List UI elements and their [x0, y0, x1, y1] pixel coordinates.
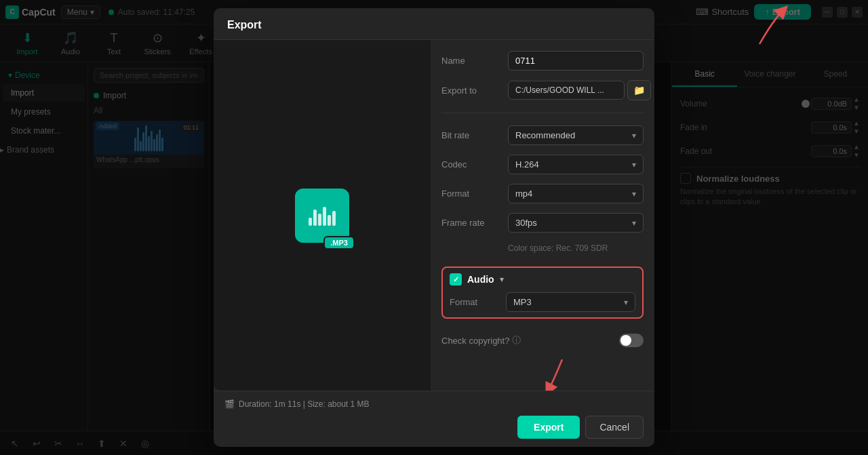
framerate-value: 30fps	[515, 218, 537, 228]
framerate-label: Frame rate	[441, 218, 502, 228]
name-row: Name	[441, 51, 644, 71]
modal-footer: 🎬 Duration: 1m 11s | Size: about 1 MB Ex…	[214, 391, 654, 447]
modal-header: Export	[214, 8, 654, 40]
modal-body: .MP3 Name Export to 📁	[214, 40, 654, 391]
bottom-arrow-annotation	[535, 359, 589, 391]
export-path-row: 📁	[508, 80, 651, 100]
codec-row: Codec H.264 ▾	[441, 155, 644, 174]
export-modal: Export .MP3	[214, 8, 654, 447]
modal-export-label: Export	[534, 422, 564, 433]
section-divider-1	[441, 113, 644, 113]
framerate-chevron-icon: ▾	[632, 218, 636, 228]
audio-format-row: Format MP3 ▾	[450, 292, 635, 312]
audio-section: ✓ Audio ▾ Format MP3 ▾	[441, 266, 644, 319]
format-select[interactable]: mp4 ▾	[508, 184, 644, 203]
modal-cancel-label: Cancel	[599, 422, 629, 433]
mp3-icon-bars	[309, 205, 336, 226]
mp3-icon-wrapper: .MP3	[295, 189, 349, 243]
modal-export-button[interactable]: Export	[517, 416, 580, 439]
arrow-spacer	[441, 359, 644, 380]
audio-chevron-icon[interactable]: ▾	[500, 275, 504, 284]
copyright-info-icon[interactable]: ⓘ	[512, 334, 521, 347]
modal-title: Export	[227, 19, 262, 31]
toggle-knob	[620, 335, 631, 346]
format-row: Format mp4 ▾	[441, 184, 644, 203]
footer-actions: Export Cancel	[224, 416, 644, 439]
bitrate-row: Bit rate Recommended ▾	[441, 125, 644, 145]
codec-value: H.264	[515, 159, 539, 170]
copyright-toggle[interactable]	[619, 334, 644, 347]
mp3-icon	[295, 189, 349, 243]
name-input[interactable]	[508, 51, 644, 71]
audio-check-icon: ✓	[453, 275, 459, 284]
codec-chevron-icon: ▾	[632, 160, 636, 170]
modal-overlay: Export .MP3	[0, 0, 868, 455]
footer-info-text: Duration: 1m 11s | Size: about 1 MB	[239, 399, 370, 409]
framerate-row: Frame rate 30fps ▾	[441, 213, 644, 233]
bitrate-label: Bit rate	[441, 130, 502, 140]
audio-header: ✓ Audio ▾	[450, 273, 635, 285]
audio-title: Audio	[467, 274, 494, 285]
codec-select[interactable]: H.264 ▾	[508, 155, 644, 174]
export-to-row: Export to 📁	[441, 80, 644, 100]
audio-format-label: Format	[450, 297, 500, 307]
format-chevron-icon: ▾	[632, 189, 636, 199]
color-space-row: Color space: Rec. 709 SDR	[441, 242, 644, 254]
audio-format-select[interactable]: MP3 ▾	[506, 292, 635, 312]
bitrate-select[interactable]: Recommended ▾	[508, 125, 644, 145]
audio-format-chevron-icon: ▾	[624, 298, 628, 307]
export-preview: .MP3	[214, 40, 431, 391]
copyright-row: Check copyright? ⓘ	[441, 331, 644, 350]
copyright-label: Check copyright? ⓘ	[441, 334, 521, 347]
film-icon: 🎬	[224, 399, 235, 409]
export-form: Name Export to 📁 Bit rate Recomme	[431, 40, 654, 391]
export-to-label: Export to	[441, 85, 502, 96]
export-path-input[interactable]	[508, 81, 625, 100]
mp3-badge: .MP3	[323, 236, 355, 250]
name-label: Name	[441, 56, 502, 66]
footer-info: 🎬 Duration: 1m 11s | Size: about 1 MB	[224, 399, 644, 409]
browse-folder-button[interactable]: 📁	[627, 80, 651, 100]
color-space-text: Color space: Rec. 709 SDR	[508, 243, 608, 253]
copyright-text: Check copyright?	[441, 336, 509, 346]
bitrate-chevron-icon: ▾	[632, 131, 636, 140]
codec-label: Codec	[441, 159, 502, 170]
bitrate-value: Recommended	[515, 130, 575, 140]
framerate-select[interactable]: 30fps ▾	[508, 213, 644, 233]
audio-format-value: MP3	[513, 297, 532, 307]
audio-checkbox[interactable]: ✓	[450, 273, 462, 285]
format-label: Format	[441, 189, 502, 199]
top-arrow-annotation	[719, 0, 800, 47]
format-value: mp4	[515, 189, 532, 199]
modal-cancel-button[interactable]: Cancel	[585, 416, 644, 439]
